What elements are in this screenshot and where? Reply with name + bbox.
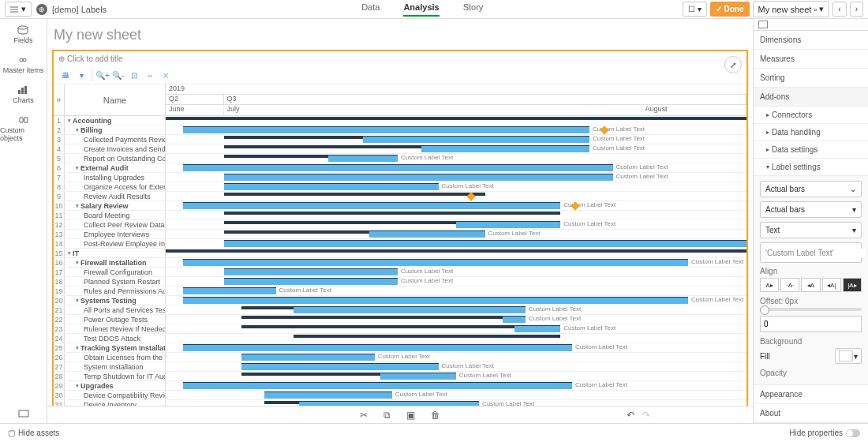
actual-bar[interactable] — [183, 165, 613, 171]
hide-properties-toggle[interactable]: Hide properties — [789, 429, 860, 437]
actual-bar[interactable] — [224, 279, 398, 285]
bar-type-dropdown[interactable]: Actual bars▾ — [760, 201, 862, 218]
gantt-row[interactable]: 22Power Outage TestsCustom Label Text — [54, 315, 746, 324]
expand-button[interactable]: ⤢ — [724, 56, 742, 73]
zoom-out-button[interactable]: 🔍- — [111, 69, 125, 81]
collapse-icon[interactable]: ▾ — [68, 118, 71, 124]
actual-bar[interactable] — [328, 155, 398, 162]
gantt-row[interactable]: 11Board Meeting — [54, 211, 746, 220]
section-addons[interactable]: Add-ons — [754, 88, 868, 107]
main-menu-button[interactable]: ▾ — [5, 2, 32, 17]
section-measures[interactable]: Measures — [754, 50, 868, 69]
actual-bar[interactable] — [503, 317, 526, 323]
collapse-icon[interactable]: ▾ — [76, 127, 79, 133]
hide-assets-toggle[interactable]: ▢Hide assets — [8, 429, 59, 437]
label-type-dropdown[interactable]: Text▾ — [760, 222, 862, 238]
actual-bar[interactable] — [224, 269, 398, 275]
gantt-row[interactable]: 26Obtain Licenses from the VendorCustom … — [54, 353, 746, 362]
actual-bar[interactable] — [183, 260, 688, 266]
offset-input[interactable] — [760, 316, 862, 332]
actual-bar[interactable] — [241, 364, 439, 370]
collapse-icon[interactable]: ▾ — [68, 250, 71, 257]
tab-analysis[interactable]: Analysis — [403, 2, 439, 17]
gantt-row[interactable]: 13Employee InterviewsCustom Label Text — [54, 230, 746, 239]
plan-bar[interactable] — [294, 335, 561, 338]
actual-bar[interactable] — [264, 392, 392, 399]
actual-bar[interactable] — [224, 184, 439, 190]
nav-bottom-icon[interactable] — [17, 409, 30, 418]
undo-button[interactable]: ↶ — [627, 410, 634, 421]
collapse-icon[interactable]: ▾ — [76, 165, 79, 171]
gantt-row[interactable]: 2▾BillingCustom Label Text — [54, 125, 746, 135]
section-dimensions[interactable]: Dimensions — [754, 31, 868, 50]
collapse-icon[interactable]: ▾ — [76, 345, 79, 351]
bookmark-button[interactable]: ☐▾ — [683, 2, 707, 17]
plan-bar[interactable] — [166, 117, 746, 120]
expand-all-button[interactable]: ↔ — [143, 69, 157, 81]
gantt-row[interactable]: 29▾UpgradesCustom Label Text — [54, 381, 746, 391]
gantt-row[interactable]: 12Collect Peer Review DataCustom Label T… — [54, 220, 746, 230]
gantt-row[interactable]: 15▾IT — [54, 249, 746, 258]
collapse-icon[interactable]: ▾ — [76, 260, 79, 266]
sub-data-settings[interactable]: ▸Data settings — [754, 141, 868, 159]
gantt-row[interactable]: 25▾Tracking System InstallationCustom La… — [54, 343, 746, 353]
section-about[interactable]: About — [754, 404, 868, 423]
sub-label-settings[interactable]: ▾Label settings — [754, 159, 868, 176]
gantt-row[interactable]: 16▾Firewall InstallationCustom Label Tex… — [54, 258, 746, 268]
actual-bar[interactable] — [241, 354, 375, 361]
align-right-outside[interactable]: |A▸ — [843, 278, 862, 292]
gantt-row[interactable]: 18Planned System RestartCustom Label Tex… — [54, 277, 746, 287]
actual-bar[interactable] — [456, 222, 560, 228]
gantt-row[interactable]: 23Rulenet Review If NeededCustom Label T… — [54, 324, 746, 334]
plan-bar[interactable] — [224, 212, 561, 215]
actual-bar[interactable] — [380, 373, 456, 380]
actual-bar[interactable] — [183, 298, 688, 304]
cut-button[interactable]: ✂ — [360, 410, 368, 421]
sub-connectors[interactable]: ▸Connectors — [754, 107, 868, 124]
print-button[interactable]: 🖶 — [58, 69, 73, 81]
gantt-row[interactable]: 19Rules and Permissions AuditCustom Labe… — [54, 287, 746, 296]
done-button[interactable]: ✓ Done — [710, 2, 750, 17]
gantt-row[interactable]: 5Report on Outstanding CollectionsCustom… — [54, 154, 746, 163]
align-center[interactable]: ·A· — [780, 278, 799, 292]
nav-fields[interactable]: Fields — [13, 25, 32, 44]
toggle-switch[interactable] — [846, 429, 860, 437]
gantt-row[interactable]: 4Create Invoices and Send InvoicesCustom… — [54, 144, 746, 154]
collapse-icon[interactable]: ▾ — [76, 298, 79, 304]
gantt-row[interactable]: 14Post-Review Employee Interviews — [54, 239, 746, 249]
gantt-row[interactable]: 24Test DDOS Attack — [54, 334, 746, 343]
prev-sheet-button[interactable]: ‹ — [832, 2, 846, 17]
gantt-row[interactable]: 9Review Audit Results — [54, 192, 746, 201]
gantt-row[interactable]: 17Firewall ConfigurationCustom Label Tex… — [54, 268, 746, 277]
collapse-icon[interactable]: ▾ — [76, 203, 79, 209]
collapse-all-button[interactable]: ⤫ — [159, 69, 173, 81]
actual-bar[interactable] — [294, 307, 526, 313]
plan-bar[interactable] — [224, 193, 485, 196]
section-sorting[interactable]: Sorting — [754, 69, 868, 88]
plan-bar[interactable] — [241, 325, 561, 328]
actual-bar[interactable] — [183, 127, 589, 133]
gantt-row[interactable]: 28Temp Shutdown for IT AuditCustom Label… — [54, 372, 746, 381]
gantt-row[interactable]: 1▾Accounting — [54, 116, 746, 125]
print-dropdown[interactable]: ▾ — [74, 69, 88, 81]
sheet-title[interactable]: My new sheet — [52, 24, 748, 50]
paste-button[interactable]: ▣ — [406, 410, 415, 421]
zoom-fit-button[interactable]: ⊡ — [127, 69, 141, 81]
gantt-visualization[interactable]: ⊕Click to add title ⤢ 🖶 ▾ 🔍+ 🔍- ⊡ ↔ ⤫ # … — [52, 50, 748, 430]
gantt-row[interactable]: 30Device Compatibility ReviewCustom Labe… — [54, 391, 746, 400]
actual-bar[interactable] — [224, 174, 613, 181]
plan-bar[interactable] — [241, 316, 526, 319]
fill-color-picker[interactable]: ▾ — [835, 348, 862, 364]
delete-button[interactable]: 🗑 — [431, 410, 440, 421]
gantt-row[interactable]: 7Installing UpgradesCustom Label Text — [54, 173, 746, 182]
zoom-in-button[interactable]: 🔍+ — [95, 69, 110, 81]
next-sheet-button[interactable]: › — [850, 2, 863, 17]
actual-bar[interactable] — [183, 345, 572, 351]
gantt-body[interactable]: 1▾Accounting2▾BillingCustom Label Text3C… — [54, 116, 746, 429]
redo-button[interactable]: ↷ — [642, 410, 650, 421]
bar-group-header[interactable]: Actual bars⌄ — [760, 181, 862, 197]
actual-bar[interactable] — [369, 231, 485, 238]
nav-master-items[interactable]: Master items — [3, 55, 44, 74]
offset-slider[interactable] — [760, 308, 862, 311]
plan-bar[interactable] — [166, 249, 746, 253]
